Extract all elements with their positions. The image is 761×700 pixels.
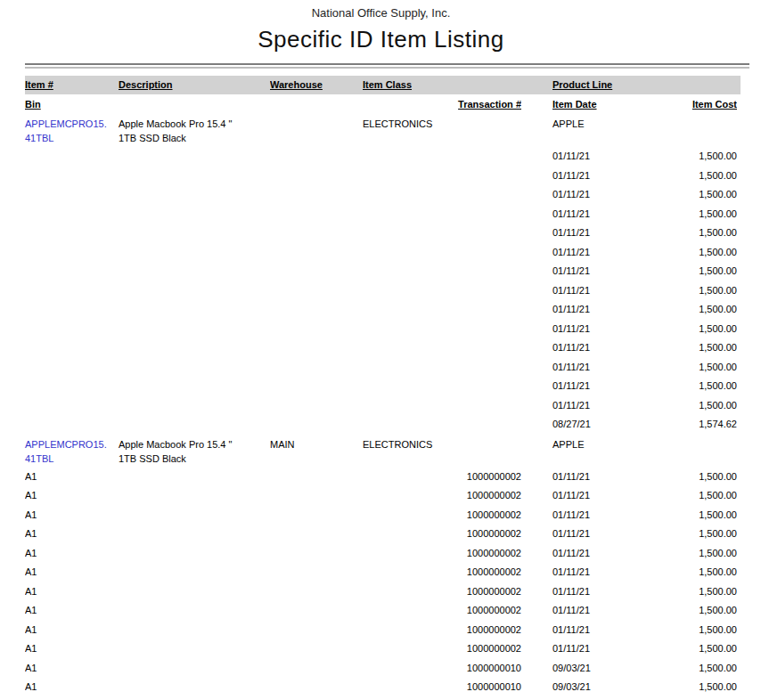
bin-cell: A1 [25, 468, 119, 487]
bin-cell [25, 185, 119, 205]
item-date-cell: 01/11/21 [552, 262, 633, 281]
bin-cell: A1 [25, 639, 119, 659]
detail-spacer-4 [521, 300, 552, 320]
detail-spacer-3 [363, 601, 452, 621]
item-date-cell: 01/11/21 [552, 147, 633, 167]
item-date-cell: 01/11/21 [552, 243, 633, 263]
bin-cell [25, 320, 119, 339]
detail-spacer-4 [521, 621, 552, 640]
item-detail-row: A1100000000201/11/211,500.00 [25, 601, 761, 621]
item-detail-row: A1100000000201/11/211,500.00 [25, 468, 761, 487]
item-cost-cell: 1,500.00 [633, 300, 737, 320]
col-header-item-class: Item Class [363, 76, 452, 94]
col-header-transaction-no: Transaction # [452, 95, 521, 114]
item-date-cell: 01/11/21 [552, 486, 633, 506]
detail-spacer-2 [270, 281, 363, 301]
detail-spacer-4 [521, 525, 552, 544]
item-cost-cell: 1,500.00 [633, 544, 737, 564]
detail-spacer-4 [521, 358, 552, 378]
transaction-number-cell [452, 167, 521, 186]
detail-spacer-3 [363, 415, 452, 435]
bin-cell: A1 [25, 582, 119, 602]
item-date-cell: 01/11/21 [552, 224, 633, 243]
product-line-cell: APPLE [552, 437, 633, 468]
bin-cell [25, 377, 119, 396]
item-date-cell: 01/11/21 [552, 506, 633, 525]
detail-spacer-2 [270, 506, 363, 525]
detail-spacer-1 [119, 659, 270, 679]
col-header-bin: Bin [25, 95, 119, 114]
item-detail-row: 01/11/211,500.00 [25, 224, 761, 243]
item-detail-row: 01/11/211,500.00 [25, 243, 761, 263]
bin-cell: A1 [25, 659, 119, 679]
detail-spacer-1 [119, 377, 270, 396]
detail-spacer-4 [521, 639, 552, 659]
detail-spacer-2 [270, 205, 363, 224]
item-date-cell: 09/03/21 [552, 678, 633, 697]
item-date-cell: 01/11/21 [552, 601, 633, 621]
detail-spacer-3 [363, 358, 452, 378]
col-header-spacer-5 [270, 95, 363, 114]
bin-cell [25, 300, 119, 320]
item-date-cell: 01/11/21 [552, 396, 633, 416]
detail-spacer-3 [363, 262, 452, 281]
bin-cell [25, 281, 119, 301]
item-description-line2: 1TB SSD Black [119, 452, 270, 466]
transaction-number-cell: 1000000002 [452, 601, 521, 621]
item-detail-row: A1100000001009/03/211,500.00 [25, 678, 761, 697]
transaction-number-cell [452, 396, 521, 416]
detail-spacer-2 [270, 415, 363, 435]
item-number-link[interactable]: APPLEMCPRO15.41TBL [25, 437, 119, 468]
bin-cell: A1 [25, 525, 119, 544]
detail-spacer-1 [119, 224, 270, 243]
bin-cell [25, 147, 119, 167]
group-spacer-3 [633, 117, 737, 147]
bin-cell [25, 358, 119, 378]
group-spacer-1 [452, 437, 521, 468]
detail-spacer-3 [363, 377, 452, 396]
transaction-number-cell: 1000000002 [452, 639, 521, 659]
detail-spacer-4 [521, 601, 552, 621]
detail-spacer-2 [270, 468, 363, 487]
detail-spacer-3 [363, 320, 452, 339]
detail-spacer-3 [363, 506, 452, 525]
item-detail-row: 01/11/211,500.00 [25, 167, 761, 186]
detail-spacer-2 [270, 185, 363, 205]
transaction-number-cell: 1000000002 [452, 621, 521, 640]
transaction-number-cell [452, 224, 521, 243]
transaction-number-cell: 1000000002 [452, 506, 521, 525]
detail-spacer-3 [363, 639, 452, 659]
item-group-row: APPLEMCPRO15.41TBLApple Macbook Pro 15.4… [25, 435, 761, 468]
detail-spacer-4 [521, 659, 552, 679]
transaction-number-cell: 1000000002 [452, 582, 521, 602]
bin-cell [25, 224, 119, 243]
item-date-cell: 01/11/21 [552, 358, 633, 378]
detail-spacer-4 [521, 338, 552, 358]
transaction-number-cell [452, 243, 521, 263]
item-date-cell: 01/11/21 [552, 563, 633, 582]
column-header-row-1: Item # Description Warehouse Item Class … [25, 76, 741, 94]
item-number-link[interactable]: APPLEMCPRO15.41TBL [25, 117, 119, 147]
detail-spacer-4 [521, 147, 552, 167]
detail-spacer-1 [119, 468, 270, 487]
group-spacer-2 [521, 117, 552, 147]
item-number-line2: 41TBL [25, 452, 119, 466]
item-cost-cell: 1,500.00 [633, 262, 737, 281]
item-date-cell: 08/27/21 [552, 415, 633, 435]
col-header-item-no: Item # [25, 76, 119, 94]
item-date-cell: 01/11/21 [552, 544, 633, 564]
detail-spacer-4 [521, 167, 552, 186]
transaction-number-cell [452, 262, 521, 281]
item-detail-row: A1100000000201/11/211,500.00 [25, 486, 761, 506]
bin-cell: A1 [25, 601, 119, 621]
detail-spacer-3 [363, 525, 452, 544]
detail-spacer-4 [521, 506, 552, 525]
detail-spacer-3 [363, 338, 452, 358]
detail-spacer-3 [363, 281, 452, 301]
item-detail-row: A1100000000201/11/211,500.00 [25, 639, 761, 659]
item-date-cell: 01/11/21 [552, 338, 633, 358]
detail-spacer-4 [521, 243, 552, 263]
detail-spacer-4 [521, 224, 552, 243]
col-header-warehouse: Warehouse [270, 76, 363, 94]
report-page: National Office Supply, Inc. Specific ID… [0, 0, 761, 700]
